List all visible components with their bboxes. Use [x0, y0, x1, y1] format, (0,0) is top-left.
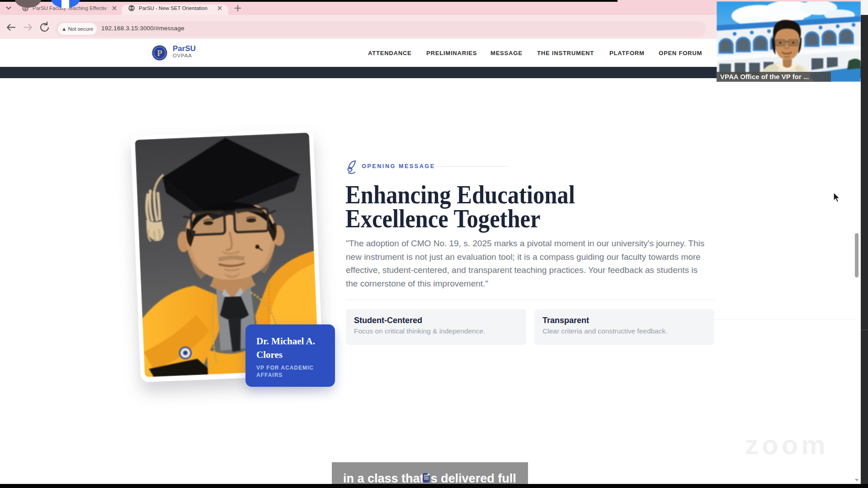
svg-text:ParSU - New SET Orientation: ParSU - New SET Orientation [139, 5, 208, 11]
svg-text:P: P [157, 48, 162, 58]
